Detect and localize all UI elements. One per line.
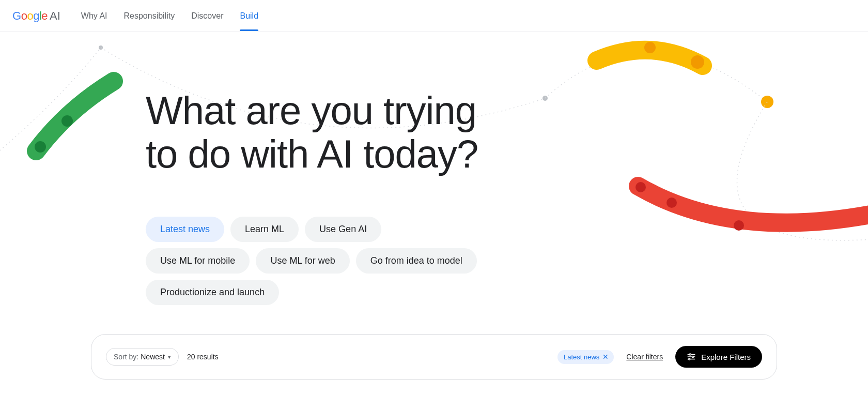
svg-point-1 (542, 96, 548, 101)
nav-why-ai[interactable]: Why AI (81, 1, 107, 31)
pill-learn-ml[interactable]: Learn ML (230, 217, 299, 242)
filter-pills: Latest news Learn ML Use Gen AI Use ML f… (146, 217, 491, 305)
results-count: 20 results (187, 353, 219, 361)
svg-point-15 (689, 358, 690, 360)
svg-point-6 (691, 55, 704, 69)
svg-point-8 (667, 198, 677, 208)
svg-point-7 (636, 182, 646, 192)
logo-google: Google (12, 9, 48, 23)
pill-use-ml-web[interactable]: Use ML for web (256, 248, 349, 274)
explore-filters-label: Explore Filters (701, 353, 751, 361)
clear-filters-link[interactable]: Clear filters (626, 353, 663, 361)
close-icon[interactable]: ✕ (602, 353, 609, 360)
svg-point-13 (692, 356, 694, 358)
sort-value: Newest (141, 353, 165, 361)
nav-responsibility[interactable]: Responsibility (124, 1, 175, 31)
pill-productionize[interactable]: Productionize and launch (146, 280, 279, 305)
nav-discover[interactable]: Discover (191, 1, 223, 31)
chevron-down-icon: ▾ (168, 354, 171, 360)
svg-point-5 (644, 42, 656, 53)
active-filter-chip[interactable]: Latest news ✕ (557, 350, 614, 364)
tune-icon (687, 352, 696, 361)
pill-use-ml-mobile[interactable]: Use ML for mobile (146, 248, 250, 274)
pill-use-gen-ai[interactable]: Use Gen AI (305, 217, 381, 242)
logo[interactable]: Google AI (12, 9, 60, 23)
svg-point-9 (734, 220, 744, 231)
filter-chip-label: Latest news (564, 353, 599, 361)
pill-latest-news[interactable]: Latest news (146, 217, 224, 242)
pill-idea-to-model[interactable]: Go from idea to model (356, 248, 477, 274)
explore-filters-button[interactable]: Explore Filters (675, 346, 762, 368)
svg-point-11 (689, 354, 691, 355)
site-header: Google AI Why AI Responsibility Discover… (0, 0, 868, 32)
sort-dropdown[interactable]: Sort by: Newest ▾ (106, 348, 179, 366)
svg-point-2 (761, 96, 773, 108)
logo-suffix: AI (50, 9, 60, 23)
nav-build[interactable]: Build (240, 1, 258, 31)
primary-nav: Why AI Responsibility Discover Build (81, 1, 258, 31)
sort-label: Sort by: (114, 353, 138, 361)
hero-title: What are you trying to do with AI today? (146, 89, 491, 175)
hero-section: What are you trying to do with AI today?… (0, 32, 491, 305)
results-bar: Sort by: Newest ▾ 20 results Latest news… (91, 334, 777, 380)
